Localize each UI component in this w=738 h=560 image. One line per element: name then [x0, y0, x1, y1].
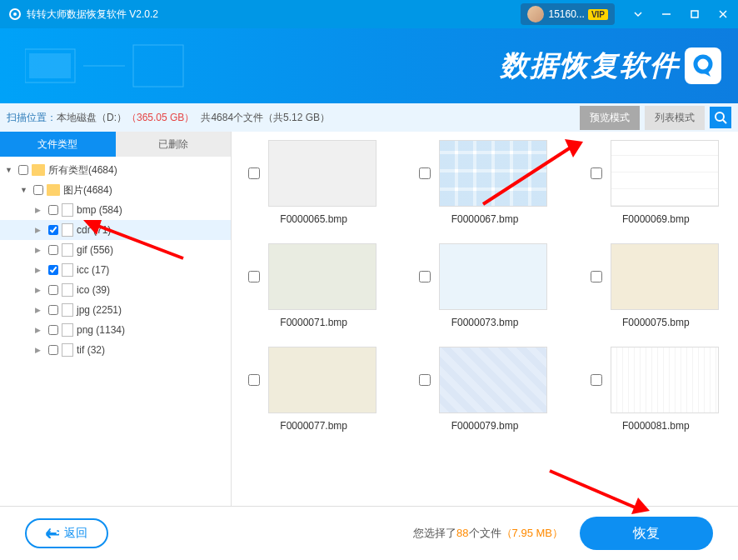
drive-name: 本地磁盘（D:）: [57, 111, 127, 125]
preview-mode-button[interactable]: 预览模式: [580, 106, 640, 130]
tree-row[interactable]: ▶bmp (584): [0, 200, 231, 220]
dropdown-icon[interactable]: [631, 8, 645, 21]
tree-label: gif (556): [77, 244, 113, 256]
file-icon: [62, 243, 73, 257]
caret-right-icon[interactable]: ▶: [35, 326, 45, 334]
tree-row[interactable]: ▼图片(4684): [0, 180, 231, 200]
sidebar-tabs: 文件类型 已删除: [0, 132, 231, 157]
thumbnail-image[interactable]: [439, 347, 547, 413]
file-icon: [62, 263, 73, 277]
thumbnail-checkbox[interactable]: [591, 374, 602, 386]
tree-row[interactable]: ▶cdr (71): [0, 220, 231, 240]
thumbnail-filename: F0000081.bmp: [591, 413, 721, 445]
maximize-icon[interactable]: [688, 8, 701, 21]
selection-info: 您选择了88个文件（7.95 MB）: [413, 526, 563, 541]
tree-checkbox[interactable]: [48, 245, 58, 255]
thumbnail-grid: F0000065.bmpF0000067.bmpF0000069.bmpF000…: [232, 132, 738, 506]
file-type-tree: ▼所有类型(4684)▼图片(4684)▶bmp (584)▶cdr (71)▶…: [0, 157, 231, 506]
tab-file-type[interactable]: 文件类型: [0, 132, 116, 157]
thumbnail-image[interactable]: [439, 243, 547, 310]
thumbnail-checkbox[interactable]: [248, 374, 260, 386]
thumbnail-filename: F0000073.bmp: [419, 310, 550, 342]
thumbnail-cell: F0000073.bmp: [419, 243, 550, 342]
svg-point-1: [13, 12, 17, 16]
thumbnail-checkbox[interactable]: [591, 271, 602, 282]
thumbnail-image[interactable]: [268, 243, 376, 310]
window-controls: [631, 8, 730, 21]
file-icon: [62, 203, 73, 217]
app-title: 转转大师数据恢复软件 V2.0.2: [27, 8, 521, 22]
caret-right-icon[interactable]: ▶: [35, 346, 45, 354]
pathbar: 扫描位置： 本地磁盘（D:） （365.05 GB） 共4684个文件 （共5.…: [0, 103, 738, 132]
banner-headline: 数据恢复软件: [500, 47, 680, 85]
folder-icon: [32, 164, 45, 176]
sidebar: 文件类型 已删除 ▼所有类型(4684)▼图片(4684)▶bmp (584)▶…: [0, 132, 232, 506]
tree-checkbox[interactable]: [48, 265, 58, 275]
search-button[interactable]: [710, 107, 731, 128]
thumbnail-filename: F0000075.bmp: [591, 310, 721, 342]
tree-checkbox[interactable]: [18, 165, 28, 175]
tree-row[interactable]: ▶png (1134): [0, 320, 231, 340]
file-icon: [62, 283, 73, 297]
tree-checkbox[interactable]: [48, 205, 58, 215]
titlebar: 转转大师数据恢复软件 V2.0.2 15160... VIP: [0, 0, 738, 28]
caret-right-icon[interactable]: ▶: [35, 206, 45, 214]
tree-checkbox[interactable]: [48, 305, 58, 315]
thumbnail-image[interactable]: [439, 140, 547, 207]
tree-row[interactable]: ▶ico (39): [0, 280, 231, 300]
tab-deleted[interactable]: 已删除: [116, 132, 232, 157]
tree-row[interactable]: ▶icc (17): [0, 260, 231, 280]
thumbnail-cell: F0000075.bmp: [591, 243, 721, 342]
thumbnail-image[interactable]: [611, 140, 719, 207]
caret-right-icon[interactable]: ▶: [35, 266, 45, 274]
thumbnail-filename: F0000077.bmp: [248, 413, 379, 445]
avatar: [527, 6, 544, 22]
caret-down-icon[interactable]: ▼: [5, 166, 15, 174]
caret-right-icon[interactable]: ▶: [35, 226, 45, 234]
tree-label: 所有类型(4684): [48, 163, 117, 178]
search-icon: [714, 111, 727, 124]
caret-right-icon[interactable]: ▶: [35, 306, 45, 314]
folder-icon: [47, 184, 60, 196]
tree-checkbox[interactable]: [48, 285, 58, 295]
file-count: 共4684个文件: [201, 111, 263, 125]
recover-button[interactable]: 恢复: [580, 517, 713, 550]
close-icon[interactable]: [716, 8, 730, 21]
tree-row[interactable]: ▶jpg (2251): [0, 300, 231, 320]
tree-label: jpg (2251): [77, 304, 122, 316]
thumbnail-cell: F0000081.bmp: [591, 347, 721, 445]
tree-row[interactable]: ▶tif (32): [0, 340, 231, 360]
thumbnail-checkbox[interactable]: [248, 271, 260, 282]
caret-right-icon[interactable]: ▶: [35, 286, 45, 294]
tree-checkbox[interactable]: [48, 225, 58, 235]
caret-right-icon[interactable]: ▶: [35, 246, 45, 254]
thumbnail-checkbox[interactable]: [248, 168, 260, 179]
list-mode-button[interactable]: 列表模式: [645, 106, 705, 130]
tree-label: ico (39): [77, 284, 110, 296]
tree-label: 图片(4684): [63, 183, 112, 198]
thumbnail-checkbox[interactable]: [419, 374, 431, 386]
thumbnail-image[interactable]: [268, 347, 376, 413]
minimize-icon[interactable]: [660, 8, 673, 21]
thumbnail-checkbox[interactable]: [419, 271, 431, 282]
thumbnail-checkbox[interactable]: [591, 168, 602, 179]
caret-down-icon[interactable]: ▼: [20, 186, 30, 194]
tree-checkbox[interactable]: [33, 185, 43, 195]
user-badge[interactable]: 15160... VIP: [521, 3, 616, 25]
file-icon: [62, 343, 73, 357]
tree-row[interactable]: ▼所有类型(4684): [0, 160, 231, 180]
tree-row[interactable]: ▶gif (556): [0, 240, 231, 260]
tree-label: tif (32): [77, 344, 105, 356]
thumbnail-cell: F0000065.bmp: [248, 140, 379, 238]
tree-checkbox[interactable]: [48, 345, 58, 355]
thumbnail-filename: F0000069.bmp: [591, 207, 721, 238]
thumbnail-image[interactable]: [611, 347, 719, 413]
back-button[interactable]: 返回: [25, 518, 108, 548]
thumbnail-checkbox[interactable]: [419, 168, 431, 179]
thumbnail-image[interactable]: [611, 243, 719, 310]
content: 文件类型 已删除 ▼所有类型(4684)▼图片(4684)▶bmp (584)▶…: [0, 132, 738, 507]
tree-checkbox[interactable]: [48, 325, 58, 335]
thumbnail-image[interactable]: [268, 140, 376, 207]
svg-line-13: [723, 120, 726, 123]
file-icon: [62, 223, 73, 237]
